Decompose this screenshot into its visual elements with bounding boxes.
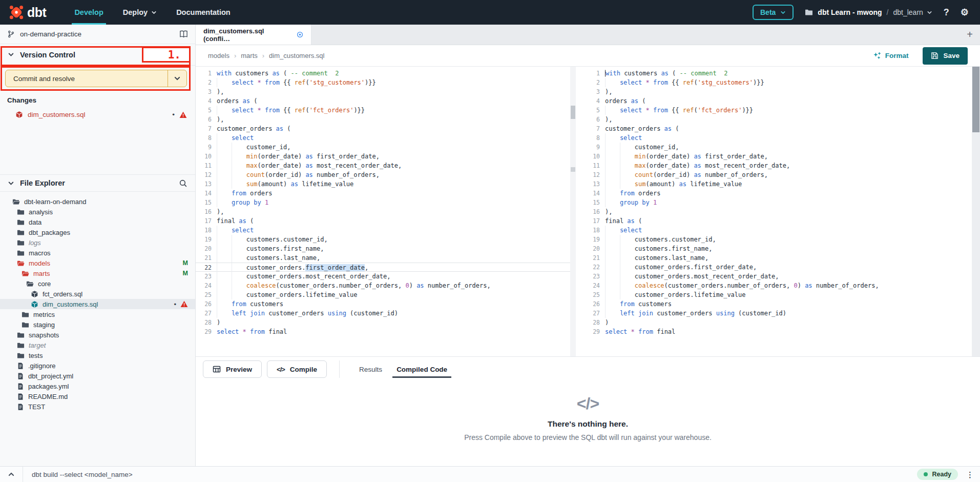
code-line-20[interactable]: 20 customers.first_name, [196,244,570,253]
code-line-24[interactable]: 24 coalesce(customer_orders.number_of_or… [196,281,570,290]
file-tree-item-dbt_packages[interactable]: dbt_packages [0,227,195,237]
code-line-7[interactable]: 7customer_orders as ( [584,124,972,133]
unsaved-target-icon[interactable] [297,31,303,38]
file-tree-item-packages.yml[interactable]: packages.yml [0,381,195,391]
editor-pane-right[interactable]: 1with customers as ( -- comment 22 selec… [584,67,972,356]
file-tree-item-tests[interactable]: tests [0,350,195,360]
save-button[interactable]: Save [923,47,968,65]
code-line-17[interactable]: 17final as ( [196,216,570,226]
code-line-29[interactable]: 29select * from final [584,327,972,336]
file-tree-item-dbt_project.yml[interactable]: dbt_project.yml [0,371,195,381]
docs-book-icon[interactable] [179,30,188,38]
code-line-23[interactable]: 23 customer_orders.most_recent_order_dat… [196,272,570,281]
code-line-8[interactable]: 8 select [196,133,570,143]
code-line-28[interactable]: 28) [196,318,570,327]
code-line-2[interactable]: 2 select * from {{ ref('stg_customers')}… [196,78,570,87]
version-control-header[interactable]: Version Control [0,44,195,66]
breadcrumb-item-marts[interactable]: marts [241,52,258,59]
code-line-8[interactable]: 8 select [584,133,972,143]
code-line-16[interactable]: 16), [196,207,570,216]
code-line-28[interactable]: 28) [584,318,972,327]
chevron-up-icon[interactable] [8,471,15,478]
file-tree-item-dbt-learn-on-demand[interactable]: dbt-learn-on-demand [0,196,195,207]
code-line-16[interactable]: 16), [584,207,972,216]
code-line-3[interactable]: 3), [196,87,570,96]
code-line-6[interactable]: 6), [196,115,570,124]
preview-button[interactable]: Preview [203,360,262,378]
code-line-27[interactable]: 27 left join customer_orders using (cust… [584,309,972,318]
nav-item-develop[interactable]: Develop [65,0,113,25]
nav-item-deploy[interactable]: Deploy [113,0,166,25]
code-line-12[interactable]: 12 count(order_id) as number_of_orders, [584,170,972,179]
nav-item-documentation[interactable]: Documentation [166,0,240,25]
code-line-4[interactable]: 4orders as ( [196,96,570,106]
code-line-1[interactable]: 1with customers as ( -- comment 2 [196,69,570,78]
code-line-19[interactable]: 19 customers.customer_id, [196,235,570,244]
tab-dim-customers[interactable]: dim_customers.sql (confli… [196,25,311,45]
code-line-14[interactable]: 14 from orders [584,189,972,198]
breadcrumb-item-models[interactable]: models [208,52,230,59]
file-tree-item-TEST[interactable]: TEST [0,401,195,412]
command-input[interactable]: dbt build --select <model_name> [32,471,917,478]
gear-icon[interactable]: ⚙ [961,7,969,18]
kebab-menu-icon[interactable]: ⋮ [966,471,974,478]
search-icon[interactable] [179,179,187,188]
code-line-21[interactable]: 21 customers.last_name, [196,253,570,263]
code-line-11[interactable]: 11 max(order_date) as most_recent_order_… [196,161,570,170]
new-tab-plus-icon[interactable]: + [967,25,973,45]
code-line-6[interactable]: 6), [584,115,972,124]
code-line-3[interactable]: 3), [584,87,972,96]
code-line-4[interactable]: 4orders as ( [584,96,972,106]
code-line-5[interactable]: 5 select * from {{ ref('fct_orders')}} [196,106,570,115]
code-line-7[interactable]: 7customer_orders as ( [196,124,570,133]
editor-pane-left[interactable]: 1with customers as ( -- comment 22 selec… [196,67,570,356]
code-line-1[interactable]: 1with customers as ( -- comment 2 [584,69,972,78]
left-pane-scrollbar[interactable] [570,67,576,356]
code-line-26[interactable]: 26 from customers [584,299,972,309]
code-line-15[interactable]: 15 group by 1 [196,198,570,207]
compile-button[interactable]: </> Compile [267,360,327,378]
beta-button[interactable]: Beta [753,5,794,20]
code-line-11[interactable]: 11 max(order_date) as most_recent_order_… [584,161,972,170]
scrollbar-thumb[interactable] [571,106,575,119]
tab-compiled-code[interactable]: Compiled Code [389,360,454,378]
tab-results[interactable]: Results [352,360,389,378]
scrollbar-thumb[interactable] [972,67,979,132]
code-line-9[interactable]: 9 customer_id, [196,143,570,152]
code-line-27[interactable]: 27 left join customer_orders using (cust… [196,309,570,318]
dbt-logo[interactable]: dbt [9,5,46,20]
file-tree-item-dim_customers.sql[interactable]: dim_customers.sql• [0,299,195,309]
code-line-29[interactable]: 29select * from final [196,327,570,336]
code-line-19[interactable]: 19 customers.customer_id, [584,235,972,244]
code-line-22[interactable]: 22 customer_orders.first_order_date, [584,263,972,272]
file-explorer-header[interactable]: File Explorer [0,174,195,192]
code-line-2[interactable]: 2 select * from {{ ref('stg_customers')}… [584,78,972,87]
code-line-10[interactable]: 10 min(order_date) as first_order_date, [584,152,972,161]
code-line-13[interactable]: 13 sum(amount) as lifetime_value [196,179,570,189]
code-line-9[interactable]: 9 customer_id, [584,143,972,152]
code-line-15[interactable]: 15 group by 1 [584,198,972,207]
code-line-18[interactable]: 18 select [196,226,570,235]
changed-file-dim_customers.sql[interactable]: dim_customers.sql• [7,109,188,120]
code-line-12[interactable]: 12 count(order_id) as number_of_orders, [196,170,570,179]
file-tree-item-data[interactable]: data [0,217,195,227]
commit-dropdown-caret[interactable] [168,70,186,87]
commit-and-resolve-button[interactable]: Commit and resolve [5,70,187,87]
code-line-14[interactable]: 14 from orders [196,189,570,198]
account-selector[interactable]: dbt Learn - mwong / dbt_learn [805,8,932,16]
code-line-17[interactable]: 17final as ( [584,216,972,226]
right-pane-scrollbar[interactable] [972,67,980,356]
file-tree-item-target[interactable]: target [0,340,195,350]
file-tree-item-README.md[interactable]: README.md [0,391,195,401]
code-line-25[interactable]: 25 customer_orders.lifetime_value [196,290,570,299]
file-tree-item-.gitignore[interactable]: .gitignore [0,360,195,371]
code-line-25[interactable]: 25 customer_orders.lifetime_value [584,290,972,299]
file-tree-item-staging[interactable]: staging [0,319,195,330]
help-icon[interactable]: ? [944,7,949,18]
code-line-26[interactable]: 26 from customers [196,299,570,309]
code-line-10[interactable]: 10 min(order_date) as first_order_date, [196,152,570,161]
code-line-22[interactable]: 22 customer_orders.first_order_date, [196,263,570,272]
breadcrumb-item-dim_customers.sql[interactable]: dim_customers.sql [269,52,324,59]
file-tree-item-fct_orders.sql[interactable]: fct_orders.sql [0,289,195,299]
file-tree-item-marts[interactable]: martsM [0,268,195,278]
